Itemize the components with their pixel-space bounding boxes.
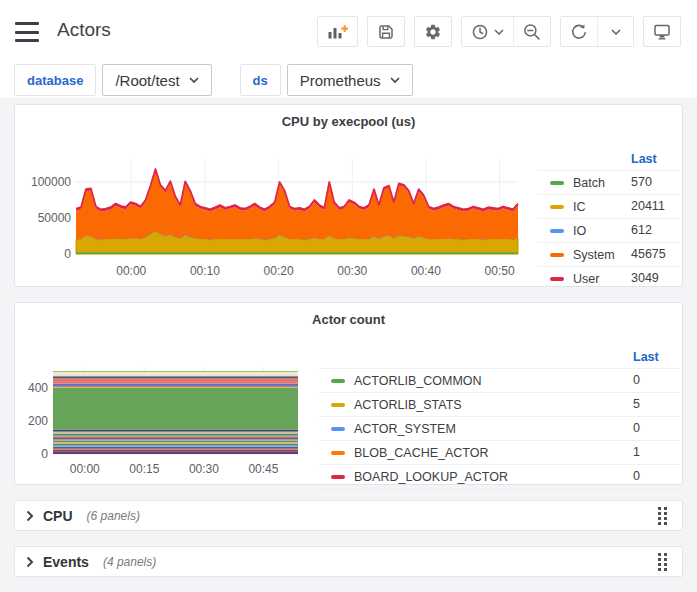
legend-row[interactable]: Batch570 [538, 170, 684, 194]
refresh-group [560, 16, 634, 47]
series-color-swatch [331, 451, 345, 455]
series-name: System [573, 248, 615, 262]
series-color-swatch [331, 379, 345, 383]
time-controls-group [461, 16, 551, 47]
row-title: CPU [43, 508, 73, 524]
time-range-picker-button[interactable] [462, 17, 513, 46]
actor-count-legend: LastACTORLIB_COMMON0ACTORLIB_STATS5ACTOR… [319, 347, 681, 489]
dashboard-row-events[interactable]: Events (4 panels) [14, 546, 683, 577]
cycle-view-mode-button[interactable] [643, 16, 681, 47]
series-name: BLOB_CACHE_ACTOR [354, 446, 489, 460]
chevron-down-icon [611, 29, 621, 35]
panel-title[interactable]: CPU by execpool (us) [15, 105, 682, 129]
add-panel-button[interactable] [317, 16, 358, 47]
variable-value-database: /Root/test [115, 72, 179, 89]
series-color-swatch [331, 475, 345, 479]
x-axis-tick-label: 00:30 [180, 462, 228, 476]
x-axis-tick-label: 00:10 [181, 264, 229, 278]
series-last-value: 570 [631, 175, 652, 189]
legend-header-last[interactable]: Last [633, 350, 659, 364]
row-title: Events [43, 554, 89, 570]
top-bar: Actors [0, 0, 697, 98]
clock-icon [471, 23, 489, 41]
legend-row[interactable]: IC20411 [538, 194, 684, 218]
dashboard-row-cpu[interactable]: CPU (6 panels) [14, 500, 683, 531]
magnifier-minus-icon [523, 23, 541, 41]
grafana-dashboard: Actors [0, 0, 697, 592]
menu-hamburger-icon[interactable] [15, 22, 41, 42]
x-axis-tick-label: 00:00 [61, 462, 109, 476]
x-axis-tick-label: 00:30 [328, 264, 376, 278]
series-last-value: 5 [633, 397, 640, 411]
series-last-value: 3049 [631, 271, 659, 285]
series-color-swatch [550, 229, 564, 233]
cpu-execpool-chart-canvas[interactable] [15, 139, 535, 261]
dashboard-settings-button[interactable] [414, 16, 452, 47]
series-last-value: 45675 [631, 247, 666, 261]
dashboard-toolbar [317, 16, 681, 47]
legend-row[interactable]: User3049 [538, 266, 684, 291]
x-axis-tick-label: 00:00 [107, 264, 155, 278]
variable-label-ds: ds [240, 64, 281, 96]
legend-row[interactable]: System45675 [538, 242, 684, 266]
zoom-out-time-button[interactable] [513, 17, 550, 46]
y-axis-tick-label: 0 [15, 247, 71, 261]
refresh-dashboard-button[interactable] [561, 17, 597, 46]
series-name: BOARD_LOOKUP_ACTOR [354, 470, 508, 484]
series-last-value: 1 [633, 445, 640, 459]
save-dashboard-button[interactable] [367, 16, 405, 47]
chevron-down-icon [494, 29, 504, 35]
variable-picker-database[interactable]: /Root/test [102, 64, 211, 96]
variable-value-ds: Prometheus [300, 72, 381, 89]
y-axis-tick-label: 0 [15, 447, 48, 461]
legend-row[interactable]: ACTORLIB_STATS5 [319, 392, 681, 416]
legend-row[interactable]: ACTORLIB_COMMON0 [319, 368, 681, 392]
y-axis-tick-label: 50000 [15, 211, 71, 225]
series-name: IO [573, 224, 586, 238]
legend-row[interactable]: IO612 [538, 218, 684, 242]
series-color-swatch [550, 253, 564, 257]
angle-right-icon [26, 510, 34, 522]
series-last-value: 0 [633, 421, 640, 435]
cpu-execpool-legend: LastBatch570IC20411IO612System45675User3… [538, 149, 684, 291]
legend-row[interactable]: BLOB_CACHE_ACTOR1 [319, 440, 681, 464]
series-last-value: 0 [633, 469, 640, 483]
y-axis-tick-label: 400 [15, 381, 48, 395]
series-last-value: 0 [633, 373, 640, 387]
legend-header-last[interactable]: Last [631, 152, 657, 166]
template-variables-bar: database /Root/test ds Prometheus [14, 64, 413, 96]
angle-right-icon [26, 556, 34, 568]
panel-actor-count: Actor count LastACTORLIB_COMMON0ACTORLIB… [14, 302, 683, 485]
series-name: Batch [573, 176, 605, 190]
series-color-swatch [550, 277, 564, 281]
x-axis-tick-label: 00:20 [255, 264, 303, 278]
series-last-value: 20411 [631, 199, 665, 213]
row-drag-handle[interactable] [654, 503, 671, 529]
series-name: ACTOR_SYSTEM [354, 422, 456, 436]
row-panel-count: (4 panels) [103, 555, 156, 569]
variable-picker-ds[interactable]: Prometheus [287, 64, 413, 96]
floppy-disk-icon [377, 23, 395, 41]
row-drag-handle[interactable] [654, 549, 671, 575]
panel-cpu-by-execpool: CPU by execpool (us) LastBatch570IC20411… [14, 104, 683, 287]
x-axis-tick-label: 00:40 [402, 264, 450, 278]
x-axis-tick-label: 00:15 [120, 462, 168, 476]
legend-row[interactable]: BOARD_LOOKUP_ACTOR0 [319, 464, 681, 489]
y-axis-tick-label: 200 [15, 414, 48, 428]
legend-row[interactable]: ACTOR_SYSTEM0 [319, 416, 681, 440]
actor-count-chart-canvas[interactable] [15, 343, 335, 459]
x-axis-tick-label: 00:45 [239, 462, 287, 476]
x-axis-tick-label: 00:50 [476, 264, 524, 278]
series-name: ACTORLIB_STATS [354, 398, 462, 412]
series-color-swatch [550, 181, 564, 185]
chevron-down-icon [390, 77, 400, 83]
panel-title[interactable]: Actor count [15, 303, 682, 327]
monitor-icon [653, 23, 671, 40]
series-name: IC [573, 200, 586, 214]
bar-chart-plus-icon [327, 24, 348, 40]
gear-icon [424, 23, 442, 41]
series-last-value: 612 [631, 223, 652, 237]
refresh-interval-dropdown[interactable] [597, 17, 633, 46]
series-color-swatch [550, 205, 564, 209]
dashboard-title: Actors [57, 19, 111, 41]
